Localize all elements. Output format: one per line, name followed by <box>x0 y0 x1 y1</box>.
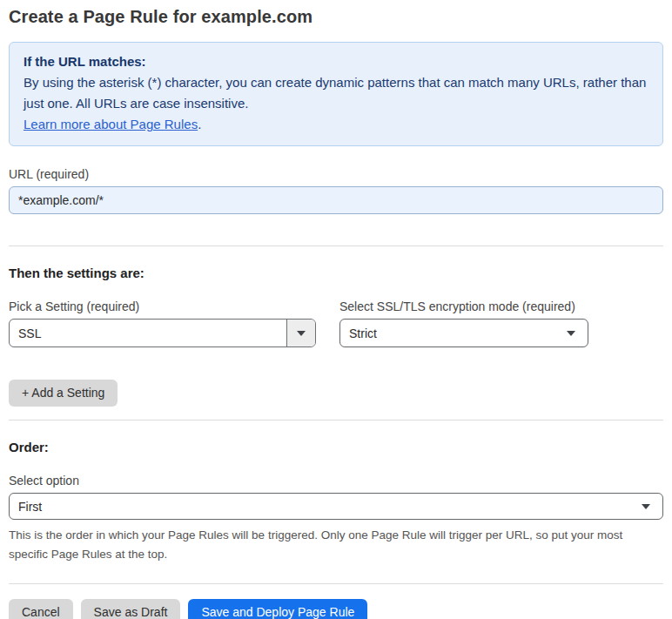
save-deploy-button[interactable]: Save and Deploy Page Rule <box>188 599 367 619</box>
order-help-text: This is the order in which your Page Rul… <box>9 526 653 564</box>
info-box-heading: If the URL matches: <box>24 51 648 72</box>
url-input[interactable] <box>9 186 663 214</box>
setting-picker-column: Pick a Setting (required) SSL <box>9 299 316 347</box>
footer-actions: Cancel Save as Draft Save and Deploy Pag… <box>9 599 663 619</box>
link-suffix: . <box>198 117 201 131</box>
mode-select-label: Select SSL/TLS encryption mode (required… <box>339 299 588 313</box>
order-section: Order: Select option First This is the o… <box>9 440 663 564</box>
add-setting-button[interactable]: + Add a Setting <box>9 380 118 407</box>
setting-select-label: Pick a Setting (required) <box>9 299 316 313</box>
learn-more-link[interactable]: Learn more about Page Rules <box>24 117 198 131</box>
info-box-link-line: Learn more about Page Rules. <box>24 114 648 135</box>
chevron-down-icon <box>297 331 306 336</box>
setting-select-value: SSL <box>10 320 286 347</box>
url-field-label: URL (required) <box>9 167 663 181</box>
chevron-down-icon <box>642 504 650 509</box>
order-select-label: Select option <box>9 474 663 488</box>
settings-row: Pick a Setting (required) SSL Select SSL… <box>9 299 663 347</box>
order-select[interactable]: First <box>9 493 663 520</box>
order-select-value: First <box>18 500 42 514</box>
mode-select[interactable]: Strict <box>339 319 588 347</box>
save-draft-button[interactable]: Save as Draft <box>81 599 181 619</box>
page-title: Create a Page Rule for example.com <box>9 7 663 27</box>
cancel-button[interactable]: Cancel <box>9 599 73 619</box>
mode-select-value: Strict <box>349 326 377 340</box>
setting-select-caret-box[interactable] <box>286 320 315 347</box>
divider-url-settings <box>9 246 663 246</box>
settings-section-heading: Then the settings are: <box>9 266 663 280</box>
divider-order-footer <box>9 583 663 584</box>
setting-select[interactable]: SSL <box>9 319 316 347</box>
order-section-heading: Order: <box>9 440 663 454</box>
encryption-mode-column: Select SSL/TLS encryption mode (required… <box>339 299 588 347</box>
chevron-down-icon <box>567 331 575 336</box>
url-match-info-box: If the URL matches: By using the asteris… <box>9 42 663 146</box>
info-box-body: By using the asterisk (*) character, you… <box>24 72 648 114</box>
divider-settings-order <box>9 420 663 421</box>
